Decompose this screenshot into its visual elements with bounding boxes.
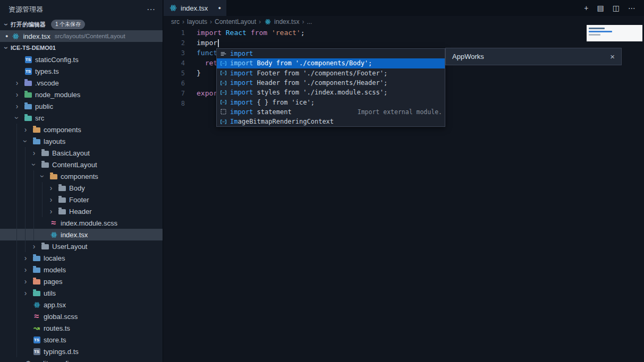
tree-item-utils[interactable]: ›utils [0,287,163,299]
code-text: } [185,69,201,77]
ts-dim-icon: TS [32,348,41,355]
more-actions-icon[interactable]: ⋯ [147,4,155,14]
tab-index-tsx[interactable]: index.tsx ● [164,0,226,16]
breadcrumb-item[interactable]: src [171,18,180,25]
code-text: ret [185,59,217,67]
suggestion-item[interactable]: import [217,49,445,58]
code-text: impor [185,39,219,47]
indent-guide [16,264,17,275]
tree-item-public[interactable]: ›public [0,100,163,112]
chevron-right-icon: › [47,184,55,192]
line-number: 4 [164,59,185,67]
explorer-header: 资源管理器 ⋯ [0,0,163,19]
tree-item-label: locales [44,254,65,262]
module-icon [219,60,227,67]
tab-title: index.tsx [181,4,208,12]
folder-icon [32,278,41,285]
breadcrumb-separator: › [302,18,304,25]
tree-item-typings.d.ts[interactable]: TStypings.d.ts [0,346,163,357]
split-editor-icon[interactable]: ◫ [613,4,620,12]
indent-guide [16,229,17,240]
tree-item-label: node_modules [35,91,80,99]
indent-guide [16,182,17,194]
tree-item-types.ts[interactable]: TStypes.ts [0,65,163,77]
indent-guide [25,170,26,182]
indent-guide [33,205,34,217]
tree-item-index.tsx[interactable]: index.tsx [0,229,163,240]
tree-item-layouts[interactable]: ›layouts [0,135,163,147]
tree-item-label: pages [44,278,62,286]
suggestion-item[interactable]: import statementImport external module. [217,107,445,117]
tree-item-global.scss[interactable]: ≈global.scss [0,311,163,322]
tree-item-ContentLayout[interactable]: ›ContentLayout [0,159,163,170]
chevron-right-icon: › [21,254,30,262]
more-actions-icon[interactable]: ⋯ [628,4,635,12]
open-editor-item[interactable]: ● index.tsx src/layouts/ContentLayout [0,30,163,42]
breadcrumb-item[interactable]: ContentLayout [215,18,256,25]
file-tree: TSstaticConfig.tsTStypes.ts›.vscode›node… [0,54,163,362]
folder-icon [32,290,41,296]
tree-item-src[interactable]: ›src [0,112,163,124]
suggestion-label: import Footer from './components/Footer'… [230,70,387,77]
minimap[interactable] [587,25,642,41]
indent-guide [16,275,17,287]
tree-item-models[interactable]: ›models [0,264,163,275]
tree-item-Footer[interactable]: ›Footer [0,194,163,205]
suggestion-item[interactable]: import Body from './components/Body'; [217,58,445,68]
tree-item-label: BasicLayout [52,149,90,157]
explorer-title: 资源管理器 [9,5,43,14]
tree-item-label: ContentLayout [52,161,97,169]
chevron-down-icon: › [3,44,10,52]
suggestion-item[interactable]: import { } from 'ice'; [217,97,445,107]
folder-icon [41,161,49,168]
minimap-content [589,31,612,32]
editor-tab-bar: index.tsx ● + ▤ ◫ ⋯ [164,0,644,16]
tree-item-label: store.ts [44,336,66,344]
breadcrumb-item[interactable]: layouts [187,18,207,25]
open-editor-file-name: index.tsx [23,32,50,40]
open-editors-section-header[interactable]: › 打开的编辑器 1 个未保存 [0,19,163,30]
open-changes-icon[interactable]: ▤ [597,4,604,12]
react-icon [264,19,272,25]
line-number: 1 [164,29,185,37]
chevron-down-icon: › [13,114,21,122]
tree-item-.editorconfig[interactable]: ⚙.editorconfig [0,357,163,362]
tree-item-staticConfig.ts[interactable]: TSstaticConfig.ts [0,54,163,65]
tree-item-BasicLayout[interactable]: ›BasicLayout [0,147,163,159]
text-cursor [218,39,219,47]
folder-icon [32,266,41,273]
tree-item-UserLayout[interactable]: ›UserLayout [0,240,163,252]
routes-icon: ↝ [32,324,41,332]
indent-guide [16,217,17,229]
ts-icon: TS [24,56,32,63]
suggestion-item[interactable]: import Footer from './components/Footer'… [217,68,445,78]
tree-item-index.module.scss[interactable]: ≈index.module.scss [0,217,163,229]
tree-item-components[interactable]: ›components [0,124,163,135]
tree-item-label: .editorconfig [35,359,73,362]
close-icon[interactable]: × [610,52,615,61]
breadcrumb-item[interactable]: index.tsx [264,18,299,25]
tree-item-label: .vscode [35,79,59,87]
tree-item-locales[interactable]: ›locales [0,252,163,264]
tree-item-app.tsx[interactable]: app.tsx [0,299,163,311]
chevron-right-icon: › [21,266,30,273]
tree-item-Header[interactable]: ›Header [0,205,163,217]
suggestion-item[interactable]: import Header from './components/Header'… [217,78,445,88]
indent-guide [16,170,17,182]
tree-item-pages[interactable]: ›pages [0,275,163,287]
breadcrumb-item[interactable]: ... [307,18,312,25]
breadcrumb-separator: › [259,18,261,25]
suggestion-item[interactable]: import styles from './index.module.scss'… [217,88,445,97]
indent-guide [16,322,17,334]
add-icon[interactable]: + [584,4,588,12]
open-editor-file-path: src/layouts/ContentLayout [55,33,125,39]
tree-item-Body[interactable]: ›Body [0,182,163,194]
project-section-header[interactable]: › ICE-TS-DEMO01 [0,42,163,54]
tree-item-store.ts[interactable]: TSstore.ts [0,334,163,346]
tree-item-node_modules[interactable]: ›node_modules [0,89,163,100]
ts-icon: TS [24,68,32,75]
suggestion-item[interactable]: ImageBitmapRenderingContext [217,117,445,126]
tree-item-routes.ts[interactable]: ↝routes.ts [0,322,163,334]
tree-item-components[interactable]: ›components [0,170,163,182]
tree-item-.vscode[interactable]: ›.vscode [0,77,163,89]
